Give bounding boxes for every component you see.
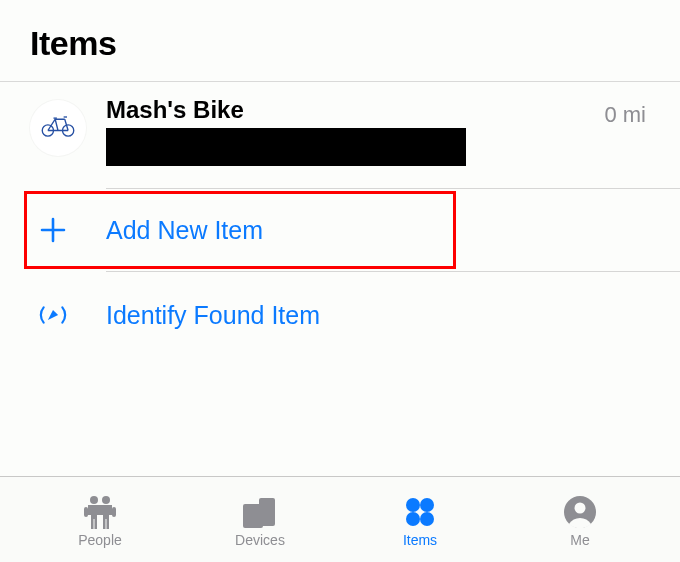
tab-devices[interactable]: Devices (215, 494, 305, 548)
svg-rect-4 (84, 507, 88, 517)
svg-point-9 (420, 498, 434, 512)
item-title: Mash's Bike (106, 96, 604, 124)
tab-label-items: Items (403, 532, 437, 548)
item-distance: 0 mi (604, 102, 650, 128)
header: Items (0, 0, 680, 81)
item-subtitle-redacted (106, 128, 466, 166)
identify-found-item-row[interactable]: Identify Found Item (0, 272, 680, 358)
blank-area (0, 358, 680, 478)
person-circle-icon (563, 494, 597, 530)
svg-point-2 (90, 496, 98, 504)
plus-icon (36, 213, 70, 247)
item-text-block: Mash's Bike (106, 96, 604, 188)
bicycle-icon (40, 112, 76, 144)
tab-label-people: People (78, 532, 122, 548)
tab-bar: People Devices Items (0, 476, 680, 562)
svg-point-3 (102, 496, 110, 504)
item-row[interactable]: Mash's Bike 0 mi (0, 82, 680, 188)
add-new-item-row[interactable]: Add New Item (0, 189, 680, 271)
svg-rect-7 (259, 498, 275, 526)
devices-icon (241, 494, 279, 530)
identify-found-item-label: Identify Found Item (106, 301, 320, 330)
tab-label-me: Me (570, 532, 589, 548)
tab-items[interactable]: Items (375, 494, 465, 548)
people-icon (80, 494, 120, 530)
svg-point-11 (420, 512, 434, 526)
tab-me[interactable]: Me (535, 494, 625, 548)
page-title: Items (30, 24, 650, 63)
svg-point-13 (575, 502, 586, 513)
item-icon-circle (30, 100, 86, 156)
svg-point-8 (406, 498, 420, 512)
svg-rect-5 (112, 507, 116, 517)
items-grid-icon (404, 494, 436, 530)
tab-people[interactable]: People (55, 494, 145, 548)
tab-label-devices: Devices (235, 532, 285, 548)
add-new-item-label: Add New Item (106, 216, 263, 245)
svg-point-10 (406, 512, 420, 526)
locate-radar-icon (36, 298, 70, 332)
